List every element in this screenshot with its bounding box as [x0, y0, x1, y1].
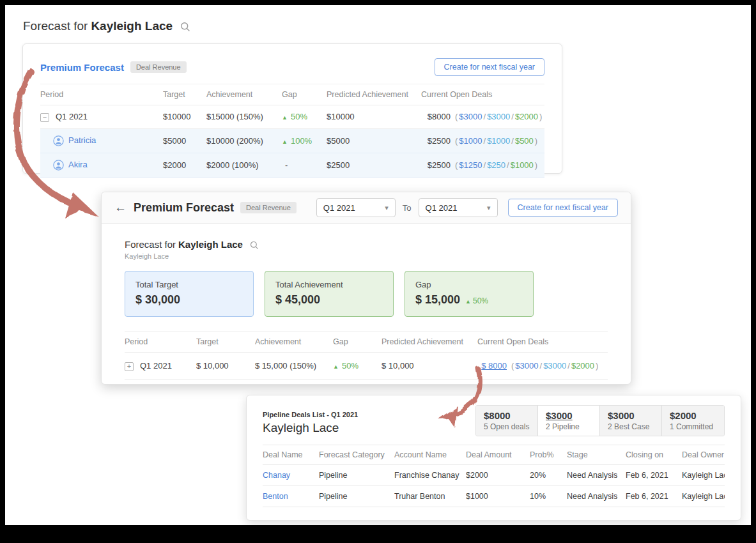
- deals-table: Deal Name Forecast Category Account Name…: [263, 445, 725, 507]
- summary-pipeline[interactable]: $3000 2 Pipeline: [538, 406, 600, 436]
- summary-best-case[interactable]: $3000 2 Best Case: [600, 406, 662, 436]
- col-gap: Gap: [333, 332, 382, 353]
- create-next-fiscal-year-button[interactable]: Create for next fiscal year: [508, 199, 618, 217]
- col-deal-name: Deal Name: [263, 445, 319, 465]
- create-next-fiscal-year-button[interactable]: Create for next fiscal year: [435, 58, 544, 76]
- deal-link[interactable]: Chanay: [263, 471, 290, 480]
- summary-label: 2 Pipeline: [546, 422, 592, 431]
- open-deals-total-link[interactable]: $ 8000: [477, 361, 507, 371]
- gap-value: 50%: [291, 112, 307, 121]
- target-value: $ 10,000: [196, 353, 255, 380]
- total-target-card: Total Target $ 30,000: [125, 271, 254, 317]
- subtitle-secondary: Kayleigh Lace: [125, 252, 608, 260]
- best-case-amount: $1000: [487, 136, 510, 146]
- col-forecast-category: Forecast Category: [319, 445, 394, 465]
- table-row-q1-2021: +Q1 2021 $ 10,000 $ 15,000 (150%) ▲50% $…: [125, 353, 608, 380]
- pipeline-deals-panel: Pipeline Deals List - Q1 2021 Kayleigh L…: [246, 395, 741, 521]
- card-label: Gap: [415, 280, 523, 289]
- gap-trend: ▲50%: [465, 296, 488, 305]
- forecast-category: Pipeline: [319, 465, 394, 486]
- card-label: Total Achievement: [275, 280, 383, 289]
- deal-owner: Kayleigh Lace: [682, 486, 725, 507]
- gap-amount: $ 15,000: [415, 293, 460, 306]
- summary-label: 5 Open deals: [484, 422, 530, 431]
- expand-icon[interactable]: +: [125, 362, 134, 371]
- best-case-amount: $3000: [487, 112, 510, 121]
- trend-up-icon: ▲: [282, 139, 288, 145]
- summary-value[interactable]: $3000: [546, 410, 592, 421]
- table-row-patricia: Patricia $5000 $10000 (200%) ▲100% $5000…: [40, 128, 544, 153]
- slash: /: [567, 361, 570, 371]
- close-paren: ): [535, 136, 537, 146]
- predicted-value: $5000: [327, 128, 421, 153]
- rep-link-patricia[interactable]: Patricia: [68, 135, 96, 145]
- summary-open-deals[interactable]: $8000 5 Open deals: [476, 406, 538, 436]
- target-value: $10000: [163, 105, 206, 129]
- col-deal-amount: Deal Amount: [466, 445, 530, 465]
- subtitle-prefix: Forecast for: [125, 239, 176, 250]
- panel-title-row: Premium Forecast Deal Revenue Create for…: [40, 58, 544, 76]
- col-prob: Prob%: [530, 445, 567, 465]
- slash: /: [511, 136, 514, 146]
- close-paren: ): [539, 112, 542, 121]
- col-period: Period: [125, 332, 196, 353]
- open-deals-total: $2500: [421, 160, 451, 170]
- committed-amount: $1000: [511, 160, 534, 170]
- pipeline-titles: Pipeline Deals List - Q1 2021 Kayleigh L…: [263, 411, 358, 435]
- trend-up-icon: ▲: [465, 298, 471, 305]
- deal-revenue-badge: Deal Revenue: [240, 202, 297, 213]
- deal-row-chanay: Chanay Pipeline Franchise Chanay $2000 2…: [263, 465, 725, 486]
- committed-amount: $2000: [571, 361, 594, 371]
- page-title: Forecast forKayleigh Lace: [23, 19, 190, 33]
- pipeline-panel-header: Pipeline Deals List - Q1 2021 Kayleigh L…: [263, 395, 725, 436]
- col-closing-on: Closing on: [626, 445, 682, 465]
- premium-forecast-title[interactable]: Premium Forecast: [40, 62, 124, 73]
- slash: /: [484, 136, 486, 146]
- forecast-detail-panel: ← Premium Forecast Deal Revenue Q1 2021 …: [101, 192, 631, 385]
- period-to-select[interactable]: Q1 2021 ▾: [419, 198, 498, 217]
- table-header-row: Period Target Achievement Gap Predicted …: [125, 332, 608, 353]
- probability: 10%: [530, 486, 567, 507]
- open-deals-total: $8000: [421, 112, 451, 121]
- search-icon[interactable]: [180, 22, 190, 32]
- kpi-cards: Total Target $ 30,000 Total Achievement …: [125, 271, 608, 317]
- forecast-table: Period Target Achievement Gap Predicted …: [40, 84, 544, 178]
- pipeline-owner-name: Kayleigh Lace: [263, 421, 358, 435]
- table-header-row: Deal Name Forecast Category Account Name…: [263, 445, 725, 465]
- summary-committed[interactable]: $2000 1 Committed: [662, 406, 724, 436]
- rep-link-akira[interactable]: Akira: [68, 160, 88, 169]
- subtitle-name: Kayleigh Lace: [178, 239, 243, 250]
- closing-date: Feb 6, 2021: [626, 465, 682, 486]
- col-account-name: Account Name: [394, 445, 466, 465]
- search-icon[interactable]: [250, 241, 259, 250]
- user-avatar-icon: [53, 160, 64, 171]
- forecast-category: Pipeline: [319, 486, 394, 507]
- detail-panel-header: ← Premium Forecast Deal Revenue Q1 2021 …: [102, 192, 631, 224]
- col-achievement: Achievement: [255, 332, 333, 353]
- achievement-value: $10000 (200%): [206, 128, 282, 153]
- chevron-down-icon: ▾: [385, 204, 389, 212]
- col-period: Period: [40, 84, 163, 105]
- arrowhead-icon: [65, 192, 98, 218]
- total-achievement-card: Total Achievement $ 45,000: [265, 271, 394, 317]
- period-label: Q1 2021: [56, 112, 88, 121]
- deal-link[interactable]: Benton: [263, 492, 288, 501]
- deals-summary-tabs: $8000 5 Open deals $3000 2 Pipeline $300…: [475, 405, 725, 436]
- period-to-value: Q1 2021: [426, 203, 458, 213]
- collapse-icon[interactable]: −: [40, 113, 49, 122]
- predicted-value: $ 10,000: [382, 353, 477, 380]
- achievement-value: $15000 (150%): [206, 105, 282, 129]
- committed-amount: $500: [515, 136, 534, 146]
- pipeline-list-label: Pipeline Deals List - Q1 2021: [263, 411, 358, 418]
- detail-panel-title: Premium Forecast: [134, 201, 234, 215]
- summary-label: 1 Committed: [670, 422, 716, 431]
- back-icon[interactable]: ←: [114, 201, 127, 215]
- deal-row-benton: Benton Pipeline Truhar Benton $1000 10% …: [263, 486, 725, 507]
- col-predicted-achievement: Predicted Achievement: [327, 84, 421, 105]
- deal-amount: $2000: [466, 465, 530, 486]
- table-row-q1-2021: −Q1 2021 $10000 $15000 (150%) ▲50% $1000…: [40, 105, 544, 129]
- account-name: Truhar Benton: [394, 486, 466, 507]
- slash: /: [511, 112, 514, 121]
- period-from-select[interactable]: Q1 2021 ▾: [316, 198, 396, 217]
- trend-up-icon: ▲: [282, 114, 288, 121]
